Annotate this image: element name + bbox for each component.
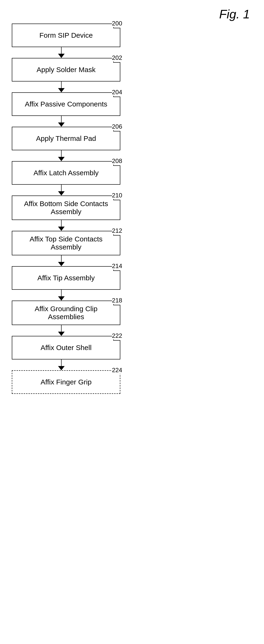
step-218-box: Affix Grounding Clip Assemblies218: [12, 300, 120, 325]
step-row: Affix Tip Assembly214: [7, 266, 125, 290]
step-224-box: Affix Finger Grip224: [12, 370, 120, 394]
arrow-head: [58, 88, 65, 92]
step-224-label: Affix Finger Grip: [41, 378, 91, 386]
arrow-line: [61, 325, 62, 332]
step-218-number: 218: [112, 297, 122, 304]
step-row: Affix Bottom Side Contacts Assembly210: [7, 196, 125, 220]
step-214-label: Affix Tip Assembly: [38, 274, 95, 282]
step-row: Affix Grounding Clip Assemblies218: [7, 300, 125, 325]
arrow-line: [61, 185, 62, 191]
figure-label: Fig. 1: [219, 7, 250, 21]
step-202-box: Apply Solder Mask202: [12, 58, 120, 82]
arrow-head: [58, 191, 65, 196]
step-218-label: Affix Grounding Clip Assemblies: [17, 305, 115, 321]
arrow-1: [7, 82, 116, 92]
step-224-number: 224: [112, 366, 122, 374]
step-200-label: Form SIP Device: [39, 31, 93, 39]
arrow-line: [61, 290, 62, 296]
step-206-number: 206: [112, 123, 122, 130]
step-row: Affix Top Side Contacts Assembly212: [7, 231, 125, 255]
arrow-8: [7, 325, 116, 336]
step-214-box: Affix Tip Assembly214: [12, 266, 120, 290]
step-210-label: Affix Bottom Side Contacts Assembly: [17, 200, 115, 216]
step-212-label: Affix Top Side Contacts Assembly: [17, 235, 115, 251]
flowchart: Form SIP Device200Apply Solder Mask202Af…: [7, 24, 130, 394]
arrow-4: [7, 185, 116, 196]
arrow-line: [61, 116, 62, 122]
step-row: Affix Passive Components204: [7, 92, 125, 116]
arrow-line: [61, 82, 62, 88]
arrow-head: [58, 122, 65, 127]
arrow-head: [58, 262, 65, 266]
arrow-line: [61, 47, 62, 54]
step-204-label: Affix Passive Components: [25, 100, 107, 108]
arrow-0: [7, 47, 116, 58]
step-208-label: Affix Latch Assembly: [34, 169, 99, 177]
arrow-head: [58, 226, 65, 231]
step-row: Affix Outer Shell222: [7, 336, 125, 360]
arrow-2: [7, 116, 116, 127]
step-222-number: 222: [112, 332, 122, 340]
step-212-number: 212: [112, 227, 122, 234]
step-222-box: Affix Outer Shell222: [12, 336, 120, 360]
step-row: Apply Solder Mask202: [7, 58, 125, 82]
step-200-box: Form SIP Device200: [12, 24, 120, 47]
arrow-head: [58, 157, 65, 161]
step-200-number: 200: [112, 20, 122, 27]
step-204-box: Affix Passive Components204: [12, 92, 120, 116]
step-202-number: 202: [112, 54, 122, 62]
arrow-7: [7, 290, 116, 300]
step-row: Affix Finger Grip224: [7, 370, 125, 394]
step-208-box: Affix Latch Assembly208: [12, 161, 120, 185]
arrow-line: [61, 360, 62, 366]
arrow-line: [61, 150, 62, 157]
arrow-3: [7, 150, 116, 161]
step-210-box: Affix Bottom Side Contacts Assembly210: [12, 196, 120, 220]
arrow-line: [61, 220, 62, 226]
step-206-label: Apply Thermal Pad: [36, 134, 96, 142]
step-208-number: 208: [112, 157, 122, 165]
step-row: Apply Thermal Pad206: [7, 127, 125, 150]
step-214-number: 214: [112, 262, 122, 270]
page-container: Fig. 1 Form SIP Device200Apply Solder Ma…: [0, 0, 264, 644]
step-row: Form SIP Device200: [7, 24, 125, 47]
step-222-label: Affix Outer Shell: [41, 344, 91, 352]
step-210-number: 210: [112, 192, 122, 199]
arrow-9: [7, 360, 116, 370]
arrow-head: [58, 332, 65, 336]
step-202-label: Apply Solder Mask: [37, 66, 95, 74]
arrow-5: [7, 220, 116, 231]
arrow-head: [58, 54, 65, 58]
arrow-line: [61, 255, 62, 262]
step-206-box: Apply Thermal Pad206: [12, 127, 120, 150]
arrow-head: [58, 366, 65, 370]
step-row: Affix Latch Assembly208: [7, 161, 125, 185]
step-204-number: 204: [112, 88, 122, 96]
step-212-box: Affix Top Side Contacts Assembly212: [12, 231, 120, 255]
arrow-6: [7, 255, 116, 266]
arrow-head: [58, 296, 65, 300]
